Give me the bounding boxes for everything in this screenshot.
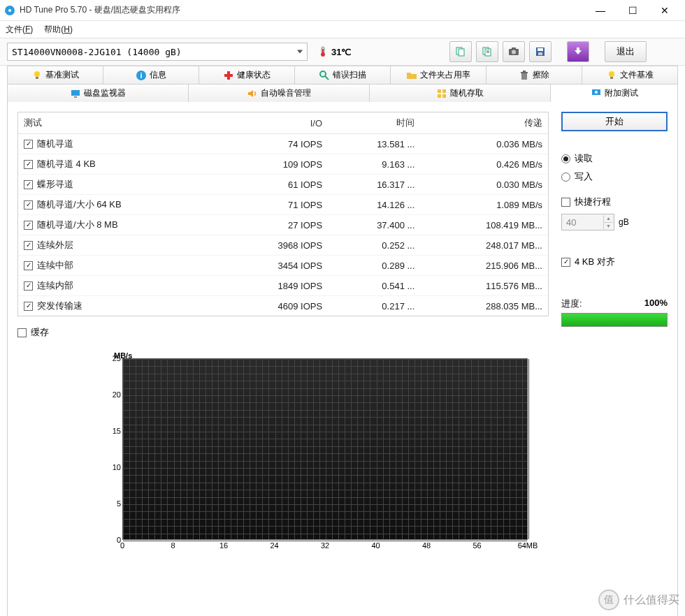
x-tick: 48 [422,541,431,550]
menu-file[interactable]: 文件(F) [6,24,33,36]
time-value: 16.317 ... [328,175,420,195]
minimize-button[interactable]: — [584,1,616,20]
x-tick: 24 [270,541,278,550]
col-io[interactable]: I/O [223,112,328,134]
close-button[interactable]: ✕ [649,1,681,20]
table-row[interactable]: 随机寻道 4 KB109 IOPS9.163 ...0.426 MB/s [18,154,548,175]
row-checkbox[interactable] [24,221,33,230]
progress-label: 进度: [561,298,582,310]
col-transfer[interactable]: 传递 [420,112,548,134]
toolbar: ST14000VN0008-2JG101 (14000 gB) 31℃ 退出 [0,38,685,66]
svg-rect-26 [521,73,527,80]
spin-down[interactable]: ▼ [603,223,613,230]
copy-text-button[interactable] [476,41,498,62]
write-radio[interactable] [561,173,570,182]
table-row[interactable]: 随机寻道/大小 8 MB27 IOPS37.400 ...108.419 MB.… [18,215,548,235]
y-tick: 15 [107,427,121,435]
align-label: 4 KB 对齐 [575,256,615,268]
svg-rect-28 [523,71,526,72]
transfer-value: 0.030 MB/s [420,175,548,195]
copy-info-button[interactable] [449,41,472,62]
svg-line-25 [325,76,329,80]
x-tick: 32 [321,541,329,550]
tab-disk-monitor[interactable]: 磁盘监视器 [7,84,188,102]
exit-button[interactable]: 退出 [605,41,647,62]
short-stroke-checkbox[interactable] [561,198,570,207]
results-table: 测试 I/O 时间 传递 随机寻道74 IOPS13.581 ...0.036 … [17,112,549,316]
test-name: 随机寻道 4 KB [37,158,96,170]
row-checkbox[interactable] [24,261,33,270]
svg-rect-36 [442,94,446,98]
stroke-size-input[interactable]: 40 ▲▼ [561,214,614,230]
spin-up[interactable]: ▲ [603,215,613,223]
table-row[interactable]: 突发传输速4609 IOPS0.217 ...288.035 MB... [18,296,548,316]
test-name: 连续外层 [37,239,73,251]
row-checkbox[interactable] [24,140,33,149]
tab-info[interactable]: i信息 [103,66,199,84]
svg-text:i: i [140,71,142,80]
svg-rect-4 [322,49,324,54]
menu-help[interactable]: 帮助(H) [44,24,73,36]
io-value: 74 IOPS [223,134,328,154]
progress-bar [561,313,668,327]
time-value: 14.126 ... [328,195,420,215]
folder-icon [406,70,417,81]
row-checkbox[interactable] [24,180,33,189]
row-checkbox[interactable] [24,281,33,291]
tab-erase[interactable]: 擦除 [486,66,582,84]
svg-rect-15 [538,48,543,51]
cache-checkbox[interactable] [17,328,27,337]
time-value: 0.289 ... [328,256,420,276]
row-checkbox[interactable] [24,200,33,210]
tab-extra-tests[interactable]: 附加测试 [550,84,678,102]
watermark-icon: 值 [598,589,619,610]
tab-error-scan[interactable]: 错误扫描 [294,66,390,84]
svg-point-18 [34,71,40,77]
col-time[interactable]: 时间 [328,112,420,134]
tab-benchmark[interactable]: 基准测试 [7,66,103,84]
save-button[interactable] [529,41,551,62]
cache-chart: MB/s 0510152025 0816243240485664MB [17,353,535,562]
tab-aam[interactable]: 自动噪音管理 [188,84,369,102]
tab-health[interactable]: 健康状态 [199,66,294,84]
y-tick: 10 [107,463,121,471]
tab-content: 测试 I/O 时间 传递 随机寻道74 IOPS13.581 ...0.036 … [7,102,678,616]
col-test[interactable]: 测试 [18,112,223,134]
row-checkbox[interactable] [24,302,33,311]
progress-value: 100% [644,298,668,310]
table-row[interactable]: 连续中部3454 IOPS0.289 ...215.906 MB... [18,256,548,276]
titlebar: HD Tune Pro 5.70 - 硬盘/固态硬盘实用程序 — ☐ ✕ [0,0,685,21]
transfer-value: 248.017 MB... [420,235,548,256]
row-checkbox[interactable] [24,160,33,169]
table-row[interactable]: 连续外层3968 IOPS0.252 ...248.017 MB... [18,235,548,256]
tab-file-benchmark[interactable]: 文件基准 [582,66,678,84]
y-tick: 25 [107,354,121,362]
tab-random-access[interactable]: 随机存取 [369,84,550,102]
y-tick: 20 [107,390,121,399]
io-value: 61 IOPS [223,175,328,195]
svg-point-1 [8,9,11,12]
tab-folder-usage[interactable]: 文件夹占用率 [390,66,486,84]
svg-rect-32 [74,96,77,98]
io-value: 1849 IOPS [223,276,328,296]
table-row[interactable]: 连续内部1849 IOPS0.541 ...115.576 MB... [18,276,548,296]
row-checkbox[interactable] [24,241,33,250]
read-radio[interactable] [561,154,570,163]
table-row[interactable]: 随机寻道/大小 64 KB71 IOPS14.126 ...1.089 MB/s [18,195,548,215]
svg-rect-31 [71,90,80,96]
start-button[interactable]: 开始 [561,112,668,131]
align-checkbox[interactable] [561,258,570,267]
test-name: 连续内部 [37,279,73,292]
transfer-value: 215.906 MB... [420,256,548,276]
x-tick: 40 [371,541,380,550]
svg-point-38 [595,91,598,94]
maximize-button[interactable]: ☐ [616,1,649,20]
table-row[interactable]: 随机寻道74 IOPS13.581 ...0.036 MB/s [18,134,548,154]
svg-rect-30 [610,77,613,79]
drive-selector[interactable]: ST14000VN0008-2JG101 (14000 gB) [7,43,308,61]
thermometer-icon [317,46,329,57]
extra-icon [591,87,602,98]
table-row[interactable]: 蝶形寻道61 IOPS16.317 ...0.030 MB/s [18,175,548,195]
screenshot-button[interactable] [503,41,525,62]
options-button[interactable] [567,41,589,62]
